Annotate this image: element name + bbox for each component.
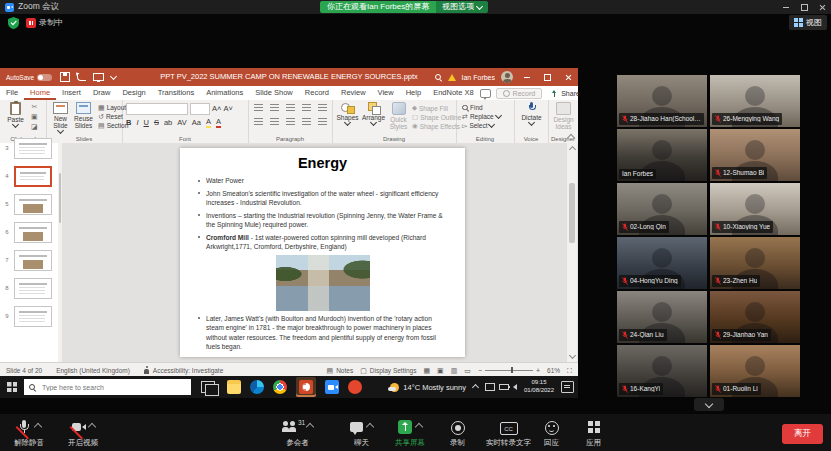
participant-tile[interactable]: 10-Xiaoying Yue — [710, 183, 800, 235]
columns-icon[interactable] — [318, 118, 327, 126]
italic-button[interactable]: I — [136, 119, 138, 127]
copy-icon[interactable]: ▣ — [31, 113, 38, 120]
normal-view-icon[interactable]: ▦ — [423, 367, 430, 374]
undo-icon[interactable] — [77, 74, 86, 81]
tab-animations[interactable]: Animations — [200, 86, 249, 100]
shape-fill-button[interactable]: ◆Shape Fill — [412, 104, 448, 112]
font-name-select[interactable] — [126, 103, 188, 115]
leave-button[interactable]: 离开 — [782, 424, 823, 444]
grow-font-icon[interactable]: A˄ — [212, 105, 221, 113]
participant-tile[interactable]: 02-Long Qin — [617, 183, 707, 235]
comments-icon[interactable] — [480, 89, 491, 98]
search-icon[interactable] — [435, 74, 442, 81]
tab-help[interactable]: Help — [400, 86, 427, 100]
start-button[interactable] — [0, 376, 24, 398]
fit-slide-icon[interactable]: ⛶ — [567, 367, 572, 374]
app-icon-red[interactable] — [348, 380, 362, 394]
view-button[interactable]: 视图 — [789, 15, 827, 30]
chevron-up-icon[interactable] — [87, 423, 95, 431]
numbering-icon[interactable] — [270, 104, 279, 112]
action-center-icon[interactable] — [561, 381, 574, 393]
view-options-button[interactable]: 视图选项 — [436, 1, 488, 13]
start-video-button[interactable]: 开启视频 — [68, 420, 98, 448]
tab-review[interactable]: Review — [335, 86, 372, 100]
ppt-close-button[interactable] — [561, 68, 576, 86]
dictate-button[interactable]: Dictate — [518, 102, 545, 125]
thumbnail-scrollbar[interactable] — [58, 143, 62, 362]
tab-file[interactable]: File — [0, 86, 24, 100]
chrome-icon[interactable] — [273, 380, 287, 394]
qat-dropdown-icon[interactable] — [110, 72, 117, 79]
accessibility-status[interactable]: Accessibility: Investigate — [144, 366, 223, 375]
chevron-up-icon[interactable] — [366, 423, 374, 431]
record-button[interactable]: 录制 — [450, 420, 465, 448]
participant-tile[interactable]: 24-Qian Liu — [617, 291, 707, 343]
participant-tile[interactable]: 04-HongYu Ding — [617, 237, 707, 289]
share-screen-button[interactable]: 共享屏幕 — [395, 420, 425, 448]
participant-tile[interactable]: 26-Mengying Wang — [710, 75, 800, 127]
chat-button[interactable]: 聊天 — [350, 420, 373, 448]
slide-sorter-icon[interactable]: ▣ — [437, 367, 444, 374]
live-transcript-button[interactable]: CC 实时转录文字 — [486, 420, 531, 448]
save-icon[interactable] — [60, 72, 70, 82]
highlight-color-button[interactable]: A — [206, 118, 211, 128]
thumbnail-row[interactable]: 3 — [0, 135, 62, 161]
participant-tile[interactable]: 28-Jiahao Han(School… — [617, 75, 707, 127]
participant-tile[interactable]: 29-Jianhao Yan — [710, 291, 800, 343]
tab-view[interactable]: View — [372, 86, 400, 100]
edge-icon[interactable] — [250, 380, 264, 394]
font-color-button[interactable]: A — [216, 118, 221, 128]
thumbnail-row[interactable]: 8 — [0, 275, 62, 301]
participant-tile-active-speaker[interactable]: Ian Forbes — [617, 129, 707, 181]
tab-endnote[interactable]: EndNote X8 — [427, 86, 479, 100]
participant-tile[interactable]: 16-KangYi — [617, 345, 707, 397]
thumbnail-row[interactable]: 5 — [0, 191, 62, 217]
justify-icon[interactable] — [302, 118, 311, 126]
reading-view-icon[interactable]: ▥ — [451, 367, 458, 374]
present-icon[interactable] — [93, 73, 104, 81]
minimize-button[interactable] — [777, 0, 795, 14]
chevron-up-icon[interactable] — [415, 423, 423, 431]
slide-thumbnail[interactable] — [14, 194, 52, 215]
underline-button[interactable]: U — [144, 119, 149, 127]
select-button[interactable]: ▻Select — [462, 122, 494, 129]
change-case-button[interactable]: Aa — [192, 119, 201, 127]
tab-design[interactable]: Design — [116, 86, 151, 100]
apps-button[interactable]: 应用 — [586, 420, 601, 448]
maximize-button[interactable] — [795, 0, 813, 14]
close-button[interactable] — [813, 0, 831, 14]
unmute-button[interactable]: 解除静音 — [14, 420, 44, 448]
thumbnail-row[interactable]: 7 — [0, 247, 62, 273]
chevron-up-icon[interactable] — [306, 423, 314, 431]
language-indicator[interactable]: English (United Kingdom) — [56, 367, 130, 374]
thumbnail-row[interactable]: 6 — [0, 219, 62, 245]
align-left-icon[interactable] — [254, 118, 263, 126]
powerpoint-taskbar-active[interactable] — [296, 377, 316, 397]
search-input[interactable] — [40, 383, 174, 392]
slide-thumbnail[interactable] — [14, 306, 52, 327]
replace-button[interactable]: ⇄Replace — [462, 113, 501, 120]
scroll-up-icon[interactable] — [569, 146, 576, 153]
zoom-taskbar-icon[interactable] — [325, 380, 339, 394]
chevron-up-icon[interactable] — [33, 423, 41, 431]
notes-button[interactable]: ▤Notes — [327, 367, 354, 374]
shrink-font-icon[interactable]: A˅ — [223, 105, 232, 113]
scroll-down-icon[interactable] — [569, 352, 576, 359]
indent-decrease-icon[interactable] — [286, 104, 295, 112]
strikethrough-button[interactable]: S — [154, 119, 159, 127]
recording-indicator[interactable]: 录制中 — [26, 17, 63, 28]
reactions-button[interactable]: 回应 — [544, 420, 559, 448]
participant-tile[interactable]: 12-Shumao Bi — [710, 129, 800, 181]
indent-increase-icon[interactable] — [302, 104, 311, 112]
grid-collapse-button[interactable] — [694, 398, 724, 411]
shape-effects-button[interactable]: ◉Shape Effects — [412, 122, 460, 130]
ppt-restore-button[interactable] — [540, 68, 555, 86]
tab-transitions[interactable]: Transitions — [152, 86, 200, 100]
reuse-slides-button[interactable]: Reuse Slides — [70, 102, 97, 129]
slide-thumbnail-selected[interactable] — [14, 166, 52, 187]
zoom-level[interactable]: 61% — [547, 367, 560, 374]
display-settings-button[interactable]: ▢Display Settings — [360, 367, 416, 374]
weather-widget[interactable]: 14°C Mostly sunny — [390, 383, 466, 392]
slide-thumbnail[interactable] — [14, 222, 52, 243]
tab-draw[interactable]: Draw — [87, 86, 117, 100]
